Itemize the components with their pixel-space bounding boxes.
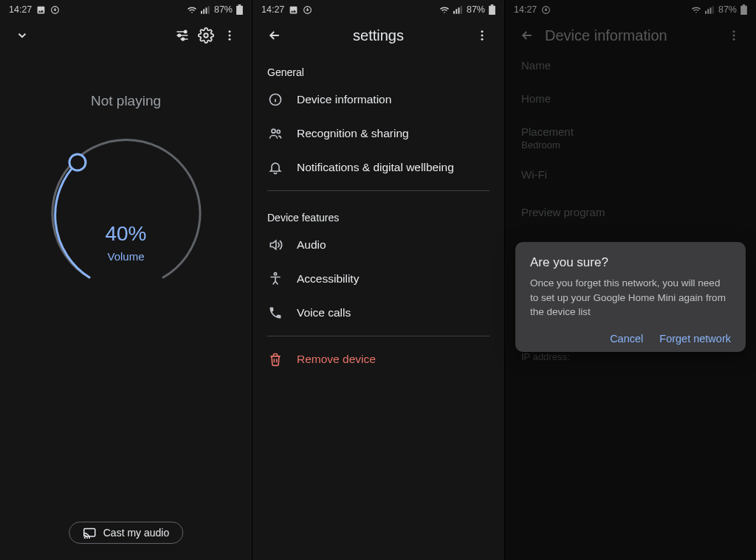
svg-point-12 xyxy=(229,35,231,37)
now-playing-label: Not playing xyxy=(0,93,252,109)
status-battery: 87% xyxy=(214,4,233,15)
signal-icon xyxy=(201,6,210,14)
status-time: 14:27 xyxy=(9,4,32,15)
svg-point-7 xyxy=(185,30,187,32)
screen-now-playing: 14:27 87% xyxy=(0,0,252,560)
item-label: Recognition & sharing xyxy=(297,127,409,140)
svg-rect-20 xyxy=(461,6,462,13)
wifi-icon xyxy=(439,6,450,14)
svg-rect-2 xyxy=(203,9,205,14)
gear-icon[interactable] xyxy=(194,24,218,47)
dialog-title: Are you sure? xyxy=(530,255,731,270)
svg-rect-6 xyxy=(238,4,241,6)
page-title: settings xyxy=(286,27,470,44)
equalizer-icon[interactable] xyxy=(171,24,194,47)
downloading-icon xyxy=(303,5,312,15)
wifi-icon xyxy=(187,6,197,14)
divider xyxy=(267,190,489,191)
item-label: Device information xyxy=(297,93,391,106)
svg-rect-4 xyxy=(208,6,210,13)
screen-device-info: 14:27 87% Device information Name Home xyxy=(504,0,756,560)
item-device-information[interactable]: Device information xyxy=(252,83,504,117)
svg-point-9 xyxy=(182,38,184,40)
item-label: Accessibility xyxy=(297,272,359,286)
confirm-dialog: Are you sure? Once you forget this netwo… xyxy=(515,242,746,352)
status-battery: 87% xyxy=(467,4,485,15)
status-bar: 14:27 87% xyxy=(0,0,252,19)
section-header-general: General xyxy=(252,52,504,83)
item-audio[interactable]: Audio xyxy=(252,228,504,262)
cast-icon xyxy=(83,528,96,539)
section-header-features: Device features xyxy=(252,197,504,228)
volume-label: Volume xyxy=(45,250,207,263)
info-icon xyxy=(267,91,284,108)
chevron-down-icon[interactable] xyxy=(10,24,34,47)
svg-point-10 xyxy=(204,33,208,38)
status-bar: 14:27 87% xyxy=(252,0,504,19)
divider xyxy=(267,336,489,336)
svg-rect-5 xyxy=(236,6,243,15)
more-vert-icon[interactable] xyxy=(218,24,241,47)
item-label: Audio xyxy=(297,238,326,252)
svg-point-13 xyxy=(229,38,231,41)
item-notifications[interactable]: Notifications & digital wellbeing xyxy=(252,151,504,184)
image-icon xyxy=(36,5,46,15)
cast-audio-button[interactable]: Cast my audio xyxy=(69,522,183,544)
svg-point-27 xyxy=(272,129,275,133)
downloading-icon xyxy=(50,5,60,15)
cast-audio-label: Cast my audio xyxy=(103,527,169,539)
trash-icon xyxy=(267,351,284,367)
app-bar: settings xyxy=(252,19,504,52)
image-icon xyxy=(289,5,298,15)
item-label: Remove device xyxy=(297,353,376,366)
screen-settings: 14:27 87% settings General xyxy=(252,0,504,560)
item-label: Voice calls xyxy=(297,306,351,319)
item-recognition-sharing[interactable]: Recognition & sharing xyxy=(252,117,504,151)
svg-rect-19 xyxy=(458,7,459,13)
accessibility-icon xyxy=(267,271,284,287)
svg-point-25 xyxy=(481,38,484,41)
svg-rect-17 xyxy=(453,10,455,13)
svg-rect-18 xyxy=(456,9,457,14)
more-vert-icon[interactable] xyxy=(470,24,494,47)
status-time: 14:27 xyxy=(261,4,284,15)
svg-point-29 xyxy=(274,273,276,275)
item-voice-calls[interactable]: Voice calls xyxy=(252,296,504,330)
svg-point-11 xyxy=(229,30,231,32)
svg-point-23 xyxy=(481,30,484,32)
svg-point-24 xyxy=(481,35,484,37)
svg-point-8 xyxy=(178,34,180,36)
speaker-icon xyxy=(267,237,284,253)
signal-icon xyxy=(453,6,463,14)
forget-network-button[interactable]: Forget network xyxy=(659,333,731,345)
battery-icon xyxy=(489,4,495,15)
bell-icon xyxy=(267,159,284,176)
svg-rect-22 xyxy=(491,4,494,6)
svg-rect-21 xyxy=(489,6,495,15)
app-bar xyxy=(0,19,252,52)
item-remove-device[interactable]: Remove device xyxy=(252,342,504,376)
volume-dial[interactable]: 40% Volume xyxy=(45,130,207,292)
item-accessibility[interactable]: Accessibility xyxy=(252,262,504,296)
svg-point-14 xyxy=(69,154,86,170)
item-label: Notifications & digital wellbeing xyxy=(297,161,454,174)
volume-percent: 40% xyxy=(45,222,207,246)
svg-point-28 xyxy=(277,130,280,133)
svg-rect-1 xyxy=(201,10,202,13)
cancel-button[interactable]: Cancel xyxy=(610,333,643,345)
back-arrow-icon[interactable] xyxy=(263,24,286,47)
svg-rect-3 xyxy=(205,7,207,13)
battery-icon xyxy=(236,4,243,15)
phone-icon xyxy=(267,305,284,321)
people-icon xyxy=(267,125,284,142)
dialog-message: Once you forget this network, you will n… xyxy=(530,276,731,319)
